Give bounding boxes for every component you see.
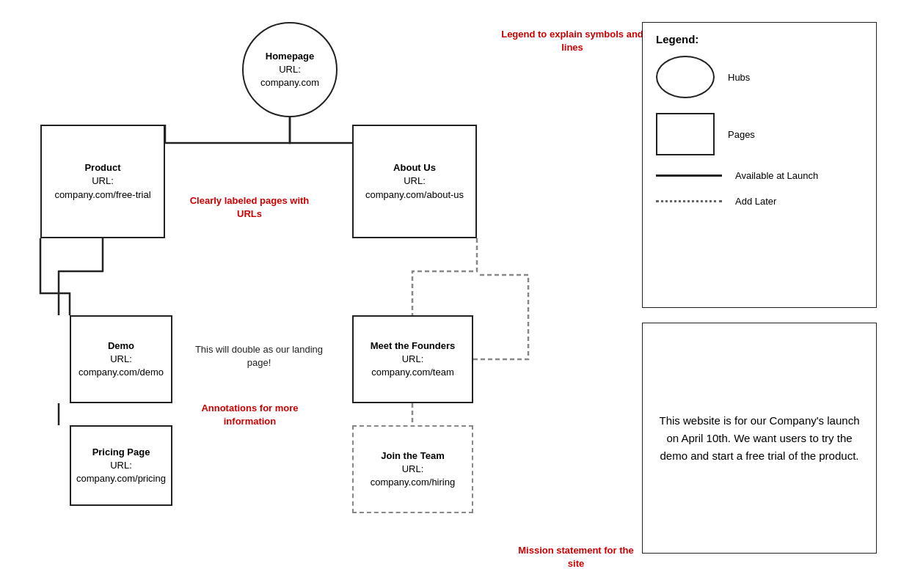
legend-dashed-label: Add Later	[735, 196, 776, 207]
annotation-legend-explain: Legend to explain symbols and lines	[499, 28, 646, 54]
product-title: Product	[84, 161, 120, 174]
annotation-annotations-more: Annotations for more information	[182, 402, 318, 428]
legend-solid-line	[656, 174, 722, 177]
jointeam-title: Join the Team	[381, 449, 444, 463]
homepage-node: Homepage URL: company.com	[242, 22, 338, 117]
legend-hubs-item: Hubs	[656, 56, 863, 98]
legend-title: Legend:	[656, 33, 863, 45]
legend-solid-label: Available at Launch	[735, 170, 818, 181]
pricing-url: company.com/pricing	[76, 472, 166, 485]
legend-pages-item: Pages	[656, 113, 863, 155]
jointeam-node: Join the Team URL: company.com/hiring	[352, 425, 473, 513]
meetfounders-url-label: URL:	[402, 353, 424, 366]
homepage-url: company.com	[260, 76, 319, 89]
pricing-url-label: URL:	[110, 459, 132, 472]
aboutus-url-label: URL:	[404, 174, 426, 188]
demo-url: company.com/demo	[79, 366, 164, 379]
legend-pages-label: Pages	[728, 129, 755, 140]
product-url-label: URL:	[92, 174, 114, 188]
notes-text: This website is for our Company's launch…	[657, 412, 861, 465]
legend-page-shape	[656, 113, 715, 155]
legend-hub-shape	[656, 56, 715, 98]
legend-hubs-label: Hubs	[728, 72, 750, 83]
homepage-title: Homepage	[266, 50, 314, 63]
product-url: company.com/free-trial	[54, 188, 150, 202]
jointeam-url: company.com/hiring	[371, 476, 455, 489]
legend-solid-line-item: Available at Launch	[656, 170, 863, 181]
legend-dashed-line	[656, 200, 722, 202]
notes-box: This website is for our Company's launch…	[642, 323, 877, 554]
demo-node: Demo URL: company.com/demo	[70, 315, 172, 403]
demo-url-label: URL:	[110, 353, 132, 366]
product-node: Product URL: company.com/free-trial	[40, 125, 165, 238]
meetfounders-node: Meet the Founders URL: company.com/team	[352, 315, 473, 403]
aboutus-node: About Us URL: company.com/about-us	[352, 125, 477, 238]
pricing-node: Pricing Page URL: company.com/pricing	[70, 425, 172, 506]
legend-box: Legend: Hubs Pages Available at Launch A…	[642, 22, 877, 308]
annotation-clearly-labeled: Clearly labeled pages with URLs	[183, 194, 315, 221]
aboutus-url: company.com/about-us	[365, 188, 464, 202]
aboutus-title: About Us	[393, 161, 436, 174]
meetfounders-url: company.com/team	[371, 366, 453, 379]
homepage-url-label: URL:	[279, 63, 301, 76]
pricing-title: Pricing Page	[92, 446, 150, 459]
demo-title: Demo	[108, 339, 134, 353]
annotation-mission-statement: Mission statement for the site	[510, 544, 642, 570]
annotation-landing-page: This will double as our landing page!	[189, 343, 329, 370]
legend-dashed-line-item: Add Later	[656, 196, 863, 207]
meetfounders-title: Meet the Founders	[371, 339, 456, 353]
main-container: Homepage URL: company.com Product URL: c…	[0, 0, 901, 588]
homepage-circle: Homepage URL: company.com	[242, 22, 338, 117]
jointeam-url-label: URL:	[402, 463, 424, 476]
